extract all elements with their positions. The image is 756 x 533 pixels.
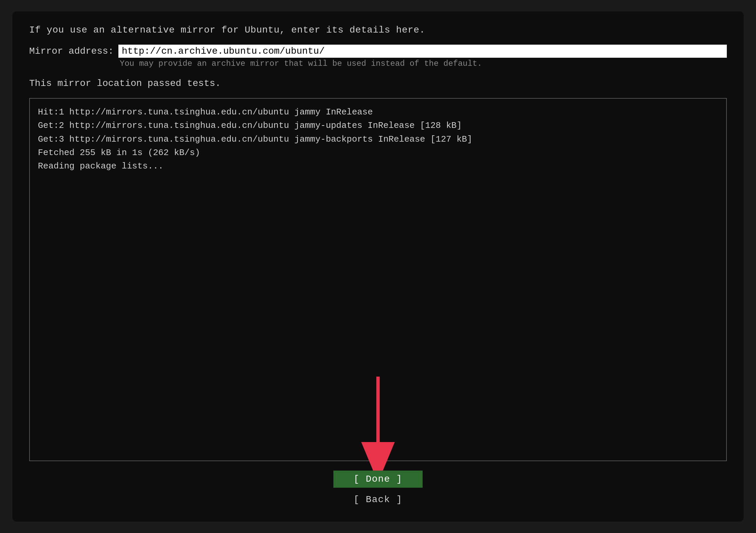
log-line: Get:3 http://mirrors.tuna.tsinghua.edu.c… [38, 133, 718, 146]
terminal-window: If you use an alternative mirror for Ubu… [12, 11, 744, 522]
log-line: Fetched 255 kB in 1s (262 kB/s) [38, 146, 718, 159]
mirror-row: Mirror address: You may provide an archi… [29, 45, 727, 68]
log-line: Get:2 http://mirrors.tuna.tsinghua.edu.c… [38, 119, 718, 132]
status-text: This mirror location passed tests. [29, 78, 727, 89]
mirror-hint: You may provide an archive mirror that w… [118, 59, 727, 68]
log-line: Hit:1 http://mirrors.tuna.tsinghua.edu.c… [38, 105, 718, 119]
mirror-input-area: You may provide an archive mirror that w… [118, 45, 727, 68]
log-line: Reading package lists... [38, 159, 718, 173]
buttons-area: [ Done ] [ Back ] [29, 471, 727, 508]
back-button[interactable]: [ Back ] [333, 491, 423, 508]
arrow-container [361, 377, 395, 472]
instruction-text: If you use an alternative mirror for Ubu… [29, 25, 727, 35]
done-button[interactable]: [ Done ] [333, 471, 423, 488]
mirror-address-input[interactable] [118, 45, 727, 58]
mirror-label: Mirror address: [29, 45, 114, 56]
arrow-icon [361, 377, 395, 471]
